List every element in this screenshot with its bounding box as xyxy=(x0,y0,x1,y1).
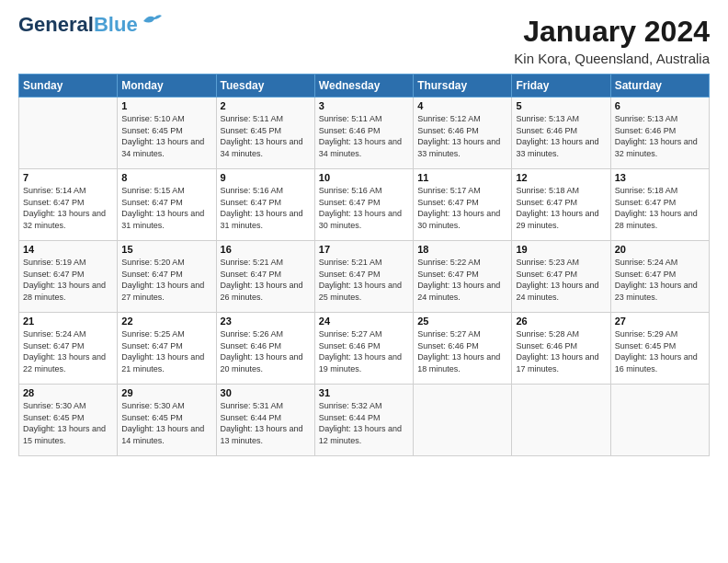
header-cell-monday: Monday xyxy=(118,75,216,98)
day-number: 17 xyxy=(319,244,409,255)
day-cell: 3 Sunrise: 5:11 AMSunset: 6:46 PMDayligh… xyxy=(314,98,413,169)
day-number: 26 xyxy=(516,316,606,327)
day-cell: 19 Sunrise: 5:23 AMSunset: 6:47 PMDaylig… xyxy=(512,241,610,313)
day-cell xyxy=(610,385,709,456)
day-cell: 1 Sunrise: 5:10 AMSunset: 6:45 PMDayligh… xyxy=(118,98,216,169)
day-number: 6 xyxy=(615,100,705,111)
header-row: SundayMondayTuesdayWednesdayThursdayFrid… xyxy=(19,75,710,98)
day-number: 14 xyxy=(23,244,113,255)
day-number: 16 xyxy=(221,244,311,255)
day-number: 27 xyxy=(615,316,705,327)
day-number: 22 xyxy=(121,316,211,327)
day-number: 11 xyxy=(417,172,507,183)
day-number: 10 xyxy=(319,172,409,183)
header-cell-tuesday: Tuesday xyxy=(216,75,314,98)
day-info: Sunrise: 5:17 AMSunset: 6:47 PMDaylight:… xyxy=(417,186,500,230)
day-cell: 10 Sunrise: 5:16 AMSunset: 6:47 PMDaylig… xyxy=(314,169,413,241)
day-number: 23 xyxy=(221,316,311,327)
day-info: Sunrise: 5:32 AMSunset: 6:44 PMDaylight:… xyxy=(319,401,402,445)
day-number: 8 xyxy=(121,172,211,183)
day-number: 18 xyxy=(417,244,507,255)
week-row-5: 28 Sunrise: 5:30 AMSunset: 6:45 PMDaylig… xyxy=(19,385,710,456)
day-info: Sunrise: 5:16 AMSunset: 6:47 PMDaylight:… xyxy=(221,186,303,230)
day-cell: 29 Sunrise: 5:30 AMSunset: 6:45 PMDaylig… xyxy=(118,385,216,456)
logo-bird-icon xyxy=(142,12,162,29)
day-cell: 15 Sunrise: 5:20 AMSunset: 6:47 PMDaylig… xyxy=(118,241,216,313)
day-number: 5 xyxy=(516,100,606,111)
day-info: Sunrise: 5:20 AMSunset: 6:47 PMDaylight:… xyxy=(121,258,204,302)
day-cell: 24 Sunrise: 5:27 AMSunset: 6:46 PMDaylig… xyxy=(314,313,413,385)
day-info: Sunrise: 5:27 AMSunset: 6:46 PMDaylight:… xyxy=(319,329,402,373)
day-info: Sunrise: 5:26 AMSunset: 6:46 PMDaylight:… xyxy=(221,329,303,373)
header: GeneralBlue January 2024 Kin Kora, Queen… xyxy=(18,15,710,66)
day-number: 13 xyxy=(615,172,705,183)
day-info: Sunrise: 5:30 AMSunset: 6:45 PMDaylight:… xyxy=(23,401,106,445)
day-cell xyxy=(512,385,610,456)
day-info: Sunrise: 5:13 AMSunset: 6:46 PMDaylight:… xyxy=(615,114,698,158)
day-info: Sunrise: 5:18 AMSunset: 6:47 PMDaylight:… xyxy=(615,186,698,230)
day-cell: 27 Sunrise: 5:29 AMSunset: 6:45 PMDaylig… xyxy=(610,313,709,385)
day-cell: 4 Sunrise: 5:12 AMSunset: 6:46 PMDayligh… xyxy=(414,98,512,169)
day-info: Sunrise: 5:24 AMSunset: 6:47 PMDaylight:… xyxy=(615,258,698,302)
day-cell: 8 Sunrise: 5:15 AMSunset: 6:47 PMDayligh… xyxy=(118,169,216,241)
header-cell-sunday: Sunday xyxy=(19,75,118,98)
week-row-1: 1 Sunrise: 5:10 AMSunset: 6:45 PMDayligh… xyxy=(19,98,710,169)
day-cell: 25 Sunrise: 5:27 AMSunset: 6:46 PMDaylig… xyxy=(414,313,512,385)
week-row-3: 14 Sunrise: 5:19 AMSunset: 6:47 PMDaylig… xyxy=(19,241,710,313)
day-info: Sunrise: 5:29 AMSunset: 6:45 PMDaylight:… xyxy=(615,329,698,373)
day-cell: 20 Sunrise: 5:24 AMSunset: 6:47 PMDaylig… xyxy=(610,241,709,313)
day-cell: 6 Sunrise: 5:13 AMSunset: 6:46 PMDayligh… xyxy=(610,98,709,169)
logo: GeneralBlue xyxy=(18,15,162,35)
day-info: Sunrise: 5:10 AMSunset: 6:45 PMDaylight:… xyxy=(121,114,204,158)
day-number: 4 xyxy=(417,100,507,111)
day-cell: 21 Sunrise: 5:24 AMSunset: 6:47 PMDaylig… xyxy=(19,313,118,385)
calendar-title: January 2024 xyxy=(514,15,710,49)
day-cell: 18 Sunrise: 5:22 AMSunset: 6:47 PMDaylig… xyxy=(414,241,512,313)
day-cell xyxy=(414,385,512,456)
day-info: Sunrise: 5:15 AMSunset: 6:47 PMDaylight:… xyxy=(121,186,204,230)
day-info: Sunrise: 5:21 AMSunset: 6:47 PMDaylight:… xyxy=(221,258,303,302)
day-info: Sunrise: 5:12 AMSunset: 6:46 PMDaylight:… xyxy=(417,114,500,158)
day-number: 21 xyxy=(23,316,113,327)
day-number: 30 xyxy=(221,387,311,398)
calendar-table: SundayMondayTuesdayWednesdayThursdayFrid… xyxy=(18,74,710,456)
day-cell: 23 Sunrise: 5:26 AMSunset: 6:46 PMDaylig… xyxy=(216,313,314,385)
header-cell-saturday: Saturday xyxy=(610,75,709,98)
day-info: Sunrise: 5:11 AMSunset: 6:46 PMDaylight:… xyxy=(319,114,402,158)
week-row-2: 7 Sunrise: 5:14 AMSunset: 6:47 PMDayligh… xyxy=(19,169,710,241)
day-number: 28 xyxy=(23,387,113,398)
day-info: Sunrise: 5:16 AMSunset: 6:47 PMDaylight:… xyxy=(319,186,402,230)
day-number: 31 xyxy=(319,387,409,398)
day-cell: 17 Sunrise: 5:21 AMSunset: 6:47 PMDaylig… xyxy=(314,241,413,313)
day-cell: 14 Sunrise: 5:19 AMSunset: 6:47 PMDaylig… xyxy=(19,241,118,313)
day-number: 12 xyxy=(516,172,606,183)
day-cell xyxy=(19,98,118,169)
logo-text: GeneralBlue xyxy=(18,15,138,35)
day-info: Sunrise: 5:27 AMSunset: 6:46 PMDaylight:… xyxy=(417,329,500,373)
header-cell-wednesday: Wednesday xyxy=(314,75,413,98)
day-number: 2 xyxy=(221,100,311,111)
page: GeneralBlue January 2024 Kin Kora, Queen… xyxy=(0,0,728,563)
day-info: Sunrise: 5:24 AMSunset: 6:47 PMDaylight:… xyxy=(23,329,106,373)
day-number: 20 xyxy=(615,244,705,255)
day-info: Sunrise: 5:30 AMSunset: 6:45 PMDaylight:… xyxy=(121,401,204,445)
header-cell-thursday: Thursday xyxy=(414,75,512,98)
day-cell: 12 Sunrise: 5:18 AMSunset: 6:47 PMDaylig… xyxy=(512,169,610,241)
day-cell: 31 Sunrise: 5:32 AMSunset: 6:44 PMDaylig… xyxy=(314,385,413,456)
day-cell: 11 Sunrise: 5:17 AMSunset: 6:47 PMDaylig… xyxy=(414,169,512,241)
day-number: 3 xyxy=(319,100,409,111)
day-number: 7 xyxy=(23,172,113,183)
day-info: Sunrise: 5:19 AMSunset: 6:47 PMDaylight:… xyxy=(23,258,106,302)
day-info: Sunrise: 5:13 AMSunset: 6:46 PMDaylight:… xyxy=(516,114,598,158)
day-number: 29 xyxy=(121,387,211,398)
header-cell-friday: Friday xyxy=(512,75,610,98)
day-cell: 9 Sunrise: 5:16 AMSunset: 6:47 PMDayligh… xyxy=(216,169,314,241)
day-cell: 16 Sunrise: 5:21 AMSunset: 6:47 PMDaylig… xyxy=(216,241,314,313)
day-number: 15 xyxy=(121,244,211,255)
day-cell: 22 Sunrise: 5:25 AMSunset: 6:47 PMDaylig… xyxy=(118,313,216,385)
day-info: Sunrise: 5:11 AMSunset: 6:45 PMDaylight:… xyxy=(221,114,303,158)
title-area: January 2024 Kin Kora, Queensland, Austr… xyxy=(514,15,710,66)
day-info: Sunrise: 5:21 AMSunset: 6:47 PMDaylight:… xyxy=(319,258,402,302)
day-info: Sunrise: 5:23 AMSunset: 6:47 PMDaylight:… xyxy=(516,258,598,302)
day-number: 1 xyxy=(121,100,211,111)
